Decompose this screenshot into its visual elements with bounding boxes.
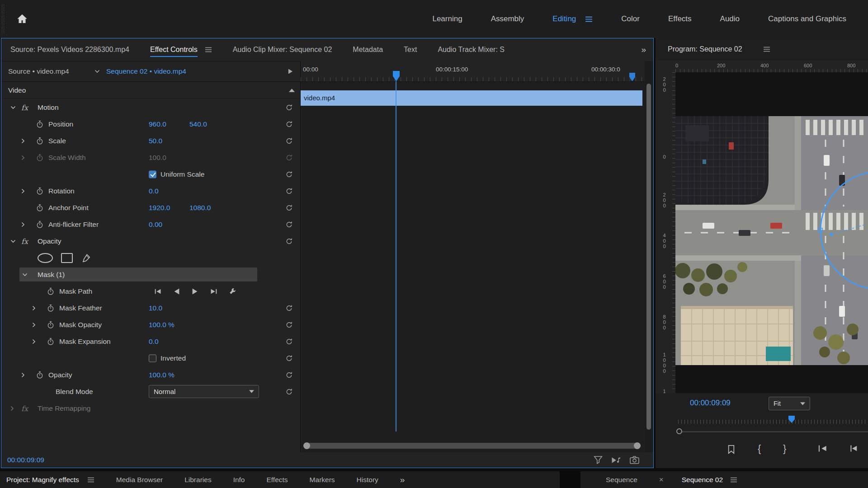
workspace-tab-editing[interactable]: Editing (552, 14, 576, 23)
pen-mask-tool[interactable] (82, 253, 90, 262)
chevron-right-icon[interactable] (21, 188, 25, 194)
step-back-button[interactable] (847, 444, 859, 453)
timeline-ruler[interactable]: 00:00 00:00:15:00 00:00:30:0 (301, 61, 645, 82)
stopwatch-icon[interactable] (47, 304, 55, 312)
ellipse-mask-tool[interactable] (38, 253, 53, 263)
program-video-preview[interactable] (675, 116, 868, 365)
scale-value[interactable]: 50.0 (149, 137, 162, 145)
play-icon[interactable] (288, 68, 293, 74)
tab-effects[interactable]: Effects (267, 476, 288, 484)
position-y-value[interactable]: 540.0 (189, 120, 207, 128)
mask-feather-value[interactable]: 10.0 (149, 304, 162, 312)
workspace-tab-assembly[interactable]: Assembly (491, 14, 524, 23)
mask-expansion-value[interactable]: 0.0 (149, 338, 159, 346)
tab-sequence[interactable]: Sequence (606, 476, 637, 484)
reset-rotation-button[interactable] (285, 187, 293, 195)
workspace-tab-audio[interactable]: Audio (720, 14, 740, 23)
chevron-right-icon[interactable] (32, 305, 36, 311)
mask-track-forward-icon[interactable] (192, 288, 198, 295)
anchor-x-value[interactable]: 1920.0 (149, 204, 170, 212)
mask-group-row[interactable]: Mask (1) (1, 266, 300, 283)
chevron-right-icon[interactable] (21, 222, 25, 227)
tab-source-monitor[interactable]: Source: Pexels Videos 2286300.mp4 (10, 39, 129, 60)
playhead-line[interactable] (396, 81, 396, 432)
mask-track-prev-frame-icon[interactable] (154, 288, 162, 295)
home-button[interactable] (14, 11, 30, 27)
tab-metadata[interactable]: Metadata (353, 39, 383, 60)
play-audio-icon[interactable] (611, 456, 621, 464)
program-playhead[interactable] (788, 416, 795, 423)
tab-text[interactable]: Text (404, 39, 417, 60)
mark-in-button[interactable]: { (757, 442, 762, 455)
reset-mask-opacity-button[interactable] (285, 321, 293, 328)
reset-opacity-effect-button[interactable] (285, 237, 293, 245)
panel-menu-icon[interactable] (205, 47, 212, 52)
mask-track-next-frame-icon[interactable] (210, 288, 218, 295)
playhead-handle[interactable] (393, 71, 400, 81)
reset-blend-mode-button[interactable] (285, 388, 293, 395)
go-to-in-button[interactable] (817, 444, 828, 453)
tab-audio-clip-mixer[interactable]: Audio Clip Mixer: Sequence 02 (233, 39, 332, 60)
tab-markers[interactable]: Markers (310, 476, 335, 484)
tab-media-browser[interactable]: Media Browser (116, 476, 163, 484)
reset-mask-expansion-button[interactable] (285, 338, 293, 345)
effect-controls-timecode[interactable]: 00:00:09:09 (7, 456, 44, 464)
reset-inverted-button[interactable] (285, 354, 293, 362)
tab-effect-controls[interactable]: Effect Controls (150, 39, 198, 60)
zoom-level-select[interactable]: Fit (769, 397, 810, 410)
mask-tracking-options-wrench-icon[interactable] (229, 287, 237, 296)
program-monitor-title[interactable]: Program: Sequence 02 (668, 45, 742, 53)
rectangle-mask-tool[interactable] (61, 253, 73, 263)
add-marker-button[interactable] (726, 444, 736, 455)
stopwatch-icon[interactable] (47, 321, 55, 329)
chevron-down-icon[interactable] (10, 106, 16, 109)
stopwatch-icon[interactable] (36, 120, 44, 128)
rotation-value[interactable]: 0.0 (149, 187, 159, 195)
workspace-tab-effects[interactable]: Effects (668, 14, 692, 23)
reset-scale-button[interactable] (285, 137, 293, 145)
chevron-right-icon[interactable] (21, 138, 25, 144)
reset-uniform-scale-button[interactable] (285, 170, 293, 178)
export-frame-icon[interactable] (629, 456, 640, 465)
chevron-down-icon[interactable] (22, 273, 28, 277)
mask-track-backward-icon[interactable] (174, 288, 180, 295)
chevron-right-icon[interactable] (32, 322, 36, 328)
mark-out-button[interactable]: } (782, 442, 787, 455)
reset-motion-button[interactable] (285, 103, 293, 111)
workspace-tab-color[interactable]: Color (621, 14, 640, 23)
collapse-section-icon[interactable] (289, 89, 295, 92)
program-timecode[interactable]: 00:00:09:09 (690, 399, 731, 408)
tab-project[interactable]: Project: Magnify effects (6, 476, 79, 484)
reset-anti-flicker-button[interactable] (285, 221, 293, 228)
close-icon[interactable]: × (659, 475, 664, 484)
tab-libraries[interactable]: Libraries (184, 476, 211, 484)
reset-anchor-button[interactable] (285, 204, 293, 211)
filter-properties-icon[interactable] (594, 456, 603, 465)
opacity-value[interactable]: 100.0 % (149, 371, 175, 379)
tab-overflow-chevron[interactable]: » (641, 45, 646, 55)
zoom-handle-left[interactable] (303, 442, 310, 449)
blend-mode-select[interactable]: Normal (149, 385, 259, 398)
stopwatch-icon[interactable] (36, 204, 44, 212)
mask-opacity-value[interactable]: 100.0 % (149, 321, 175, 329)
scrollbar-thumb[interactable] (646, 84, 651, 430)
chevron-right-icon[interactable] (21, 372, 25, 378)
zoom-handle-right[interactable] (634, 442, 641, 449)
program-menu-icon[interactable] (763, 47, 770, 52)
program-zoom-bar[interactable] (679, 431, 868, 432)
video-section-header[interactable]: Video (1, 82, 300, 99)
chevron-down-icon[interactable] (94, 70, 100, 73)
uniform-scale-checkbox[interactable] (149, 170, 156, 178)
anchor-y-value[interactable]: 1080.0 (189, 204, 211, 212)
chevron-right-icon[interactable] (10, 406, 14, 411)
panel-grip[interactable] (2, 4, 5, 34)
workspace-tab-learning[interactable]: Learning (432, 14, 462, 23)
anti-flicker-value[interactable]: 0.00 (149, 221, 162, 229)
chevron-down-icon[interactable] (10, 239, 16, 243)
stopwatch-icon[interactable] (36, 137, 44, 145)
tab-info[interactable]: Info (233, 476, 245, 484)
workspace-menu-icon[interactable] (585, 16, 593, 22)
inverted-checkbox[interactable] (149, 354, 156, 362)
reset-position-button[interactable] (285, 120, 293, 128)
stopwatch-icon[interactable] (36, 221, 44, 229)
